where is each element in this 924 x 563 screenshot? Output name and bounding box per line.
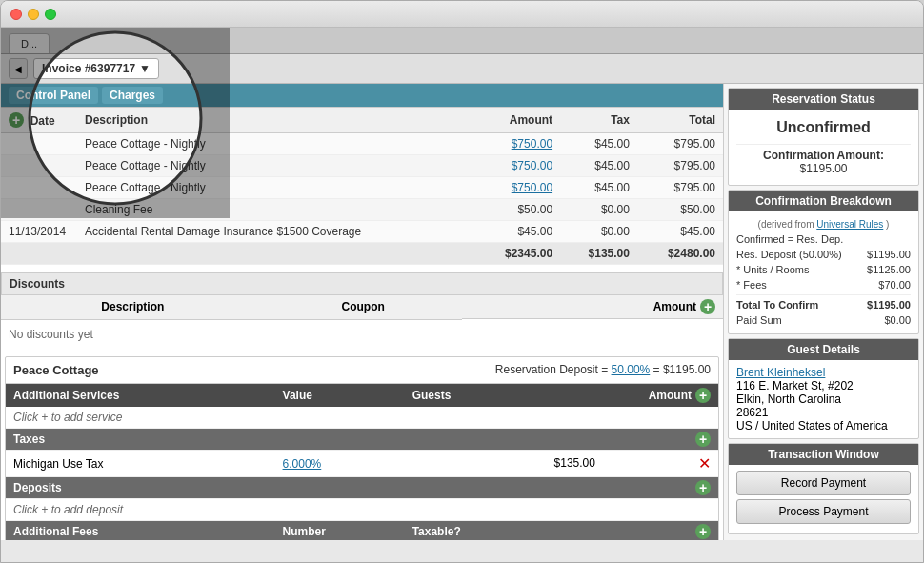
row-date (1, 155, 77, 177)
table-row: Peace Cottage - Nightly $750.00 $45.00 $… (1, 133, 723, 155)
process-payment-button[interactable]: Process Payment (736, 499, 911, 524)
property-section: Peace Cottage Reservation Deposit = 50.0… (5, 356, 719, 541)
add-tax-button[interactable]: + (695, 432, 711, 447)
add-service-button[interactable]: + (695, 388, 711, 403)
transaction-window-header: Transaction Window (729, 444, 918, 465)
confirmation-amount: Confirmation Amount: $1195.00 (736, 144, 911, 179)
title-bar (1, 1, 923, 28)
guest-details-body: Brent Kleinheksel 116 E. Market St, #202… (729, 360, 918, 438)
total-header: Total (637, 108, 723, 133)
row-total: $795.00 (637, 155, 723, 177)
confirmation-breakdown-body: (derived from Universal Rules ) Confirme… (729, 211, 918, 333)
tax-header: Tax (560, 108, 637, 133)
record-payment-button[interactable]: Record Payment (736, 471, 911, 495)
breadcrumb-charges[interactable]: Charges (102, 87, 163, 104)
tab-invoice[interactable]: D... (9, 33, 50, 53)
confirmed-label-row: Confirmed = Res. Dep. (736, 231, 911, 247)
row-amount[interactable]: $750.00 (474, 133, 560, 155)
content-area: Control Panel Charges + Date Description… (1, 84, 723, 540)
invoice-number-label: Invoice #6397717 (42, 62, 135, 75)
discounts-coupon-header: Coupon (265, 295, 462, 319)
row-tax: $45.00 (560, 177, 637, 199)
row-amount: $50.00 (474, 199, 560, 221)
row-tax: $45.00 (560, 133, 637, 155)
row-total: $45.00 (637, 221, 723, 243)
row-date (1, 199, 77, 221)
derived-text: (derived from Universal Rules ) (736, 217, 911, 231)
right-sidebar: Reservation Status Unconfirmed Confirmat… (723, 84, 923, 540)
confirmation-breakdown-header: Confirmation Breakdown (729, 191, 918, 211)
universal-rules-link[interactable]: Universal Rules (816, 219, 883, 230)
table-row: 11/13/2014 Accidental Rental Damage Insu… (1, 221, 723, 243)
add-discount-button[interactable]: + (700, 299, 715, 314)
guest-address-4: US / United States of America (736, 419, 911, 432)
guests-header: Guests (405, 384, 547, 407)
reservation-status-body: Unconfirmed Confirmation Amount: $1195.0… (729, 110, 918, 185)
row-description: Peace Cottage - Nightly (77, 133, 474, 155)
invoice-dropdown-arrow: ▼ (139, 62, 151, 75)
no-discounts-message: No discounts yet (1, 319, 723, 349)
row-tax: $0.00 (560, 221, 637, 243)
guest-name-link[interactable]: Brent Kleinheksel (736, 366, 825, 379)
tax-name: Michigan Use Tax (6, 451, 275, 477)
breakdown-row-total: Total To Confirm $1195.00 (736, 294, 911, 312)
remove-tax-button[interactable]: ✕ (698, 454, 711, 473)
row-amount[interactable]: $750.00 (474, 155, 560, 177)
transaction-window-body: Record Payment Process Payment (729, 465, 918, 533)
add-date-button[interactable]: + (9, 112, 24, 128)
services-amount-header: Amount + (547, 384, 718, 407)
discounts-amount-header: Amount + (462, 295, 723, 319)
totals-row: $2345.00 $135.00 $2480.00 (1, 243, 723, 265)
deposit-info: Reservation Deposit = 50.00% = $1195.00 (495, 363, 711, 376)
row-amount[interactable]: $750.00 (474, 177, 560, 199)
deposits-section-label: Deposits (6, 477, 547, 499)
minimize-button[interactable] (28, 9, 39, 20)
table-row: Peace Cottage - Nightly $750.00 $45.00 $… (1, 155, 723, 177)
invoice-table: + Date Description Amount Tax Total (1, 107, 723, 265)
row-date (1, 133, 77, 155)
maximize-button[interactable] (45, 9, 56, 20)
invoice-section: + Date Description Amount Tax Total (1, 107, 723, 265)
date-header: + Date (1, 108, 77, 133)
transaction-window-panel: Transaction Window Record Payment Proces… (728, 443, 919, 534)
row-tax: $0.00 (560, 199, 637, 221)
add-fee-button[interactable]: + (695, 524, 711, 539)
tax-guests (405, 451, 547, 477)
totals-tax: $135.00 (560, 243, 637, 265)
table-row: Cleaning Fee $50.00 $0.00 $50.00 (1, 199, 723, 221)
amount-header: Amount (474, 108, 560, 133)
tab-bar: D... (1, 28, 923, 54)
discounts-table: Description Coupon Amount + No discounts… (1, 295, 723, 349)
table-row: Peace Cottage - Nightly $750.00 $45.00 $… (1, 177, 723, 199)
guest-address-2: Elkin, North Carolina (736, 392, 911, 406)
discounts-label: Discounts (10, 277, 65, 291)
row-date (1, 177, 77, 199)
row-description: Peace Cottage - Nightly (77, 177, 474, 199)
invoice-header: ◀ Invoice #6397717 ▼ (1, 54, 923, 84)
tax-amount: $135.00 ✕ (547, 451, 718, 477)
row-description: Peace Cottage - Nightly (77, 155, 474, 177)
tax-rate[interactable]: 6.000% (275, 451, 405, 477)
row-date: 11/13/2014 (1, 221, 77, 243)
row-total: $50.00 (637, 199, 723, 221)
deposit-percent-link[interactable]: 50.00% (612, 363, 651, 376)
invoice-back-button[interactable]: ◀ (9, 58, 28, 79)
invoice-selector[interactable]: Invoice #6397717 ▼ (33, 58, 159, 79)
click-add-service: Click + to add service (6, 407, 718, 429)
totals-total: $2480.00 (637, 243, 723, 265)
click-add-deposit: Click + to add deposit (6, 499, 718, 521)
row-amount: $45.00 (474, 221, 560, 243)
tax-row: Michigan Use Tax 6.000% $135.00 ✕ (6, 451, 718, 477)
taxes-section-label: Taxes (6, 428, 547, 451)
no-discounts-row: No discounts yet (1, 319, 723, 349)
add-deposit-button[interactable]: + (695, 480, 711, 495)
confirmation-breakdown-panel: Confirmation Breakdown (derived from Uni… (728, 190, 919, 334)
main-layout: Control Panel Charges + Date Description… (1, 84, 923, 540)
breakdown-row-2: * Fees $70.00 (736, 277, 911, 292)
close-button[interactable] (10, 9, 22, 20)
breadcrumb-control-panel[interactable]: Control Panel (9, 87, 98, 104)
totals-spacer (1, 243, 474, 265)
fees-name-col: Additional Fees (6, 521, 275, 541)
row-description: Cleaning Fee (77, 199, 474, 221)
services-header: Additional Services (6, 384, 275, 407)
